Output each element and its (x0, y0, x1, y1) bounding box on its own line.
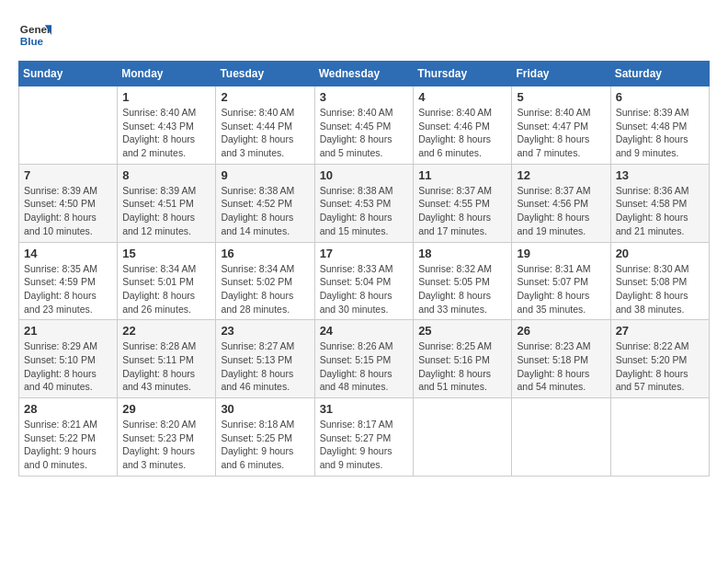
svg-text:Blue: Blue (20, 35, 44, 47)
calendar-cell: 23Sunrise: 8:27 AMSunset: 5:13 PMDayligh… (216, 320, 314, 398)
day-number: 22 (122, 324, 210, 338)
day-header-thursday: Thursday (414, 62, 512, 86)
day-number: 26 (517, 324, 605, 338)
day-info: Sunrise: 8:26 AMSunset: 5:15 PMDaylight:… (320, 339, 409, 394)
calendar-cell: 17Sunrise: 8:33 AMSunset: 5:04 PMDayligh… (314, 242, 414, 320)
calendar-cell: 9Sunrise: 8:38 AMSunset: 4:52 PMDaylight… (216, 164, 314, 242)
day-info: Sunrise: 8:38 AMSunset: 4:52 PMDaylight:… (221, 184, 309, 238)
day-number: 9 (221, 168, 309, 182)
day-info: Sunrise: 8:40 AMSunset: 4:45 PMDaylight:… (320, 106, 409, 160)
day-number: 30 (221, 402, 309, 416)
calendar-cell: 19Sunrise: 8:31 AMSunset: 5:07 PMDayligh… (512, 242, 610, 320)
calendar-cell: 21Sunrise: 8:29 AMSunset: 5:10 PMDayligh… (19, 320, 118, 398)
calendar-cell: 3Sunrise: 8:40 AMSunset: 4:45 PMDaylight… (314, 86, 414, 165)
day-number: 14 (24, 247, 112, 260)
day-number: 27 (616, 324, 704, 338)
day-number: 5 (517, 90, 605, 104)
day-info: Sunrise: 8:25 AMSunset: 5:16 PMDaylight:… (418, 339, 506, 394)
calendar-cell: 26Sunrise: 8:23 AMSunset: 5:18 PMDayligh… (512, 320, 610, 398)
calendar-cell: 29Sunrise: 8:20 AMSunset: 5:23 PMDayligh… (118, 398, 216, 477)
page-header: General Blue (18, 18, 710, 52)
day-info: Sunrise: 8:39 AMSunset: 4:51 PMDaylight:… (122, 184, 210, 238)
day-number: 28 (24, 402, 112, 416)
calendar-table: SundayMondayTuesdayWednesdayThursdayFrid… (18, 61, 710, 477)
calendar-cell (414, 398, 512, 477)
day-info: Sunrise: 8:23 AMSunset: 5:18 PMDaylight:… (517, 339, 605, 394)
calendar-cell: 22Sunrise: 8:28 AMSunset: 5:11 PMDayligh… (118, 320, 216, 398)
day-number: 25 (418, 324, 506, 338)
day-number: 1 (122, 90, 210, 104)
day-info: Sunrise: 8:27 AMSunset: 5:13 PMDaylight:… (221, 339, 309, 394)
day-number: 16 (221, 247, 309, 260)
day-number: 18 (418, 247, 506, 260)
day-info: Sunrise: 8:18 AMSunset: 5:25 PMDaylight:… (221, 418, 309, 472)
day-info: Sunrise: 8:30 AMSunset: 5:08 PMDaylight:… (616, 262, 704, 316)
day-info: Sunrise: 8:40 AMSunset: 4:43 PMDaylight:… (122, 106, 210, 160)
day-info: Sunrise: 8:20 AMSunset: 5:23 PMDaylight:… (122, 418, 210, 472)
day-info: Sunrise: 8:33 AMSunset: 5:04 PMDaylight:… (320, 262, 409, 316)
calendar-cell (19, 86, 118, 165)
calendar-cell: 27Sunrise: 8:22 AMSunset: 5:20 PMDayligh… (610, 320, 709, 398)
calendar-cell: 6Sunrise: 8:39 AMSunset: 4:48 PMDaylight… (610, 86, 709, 165)
calendar-cell: 13Sunrise: 8:36 AMSunset: 4:58 PMDayligh… (610, 164, 709, 242)
calendar-cell: 10Sunrise: 8:38 AMSunset: 4:53 PMDayligh… (314, 164, 414, 242)
calendar-cell: 8Sunrise: 8:39 AMSunset: 4:51 PMDaylight… (118, 164, 216, 242)
day-header-monday: Monday (118, 62, 216, 86)
logo: General Blue (18, 18, 51, 52)
day-info: Sunrise: 8:40 AMSunset: 4:47 PMDaylight:… (517, 106, 605, 160)
day-info: Sunrise: 8:28 AMSunset: 5:11 PMDaylight:… (122, 339, 210, 394)
day-info: Sunrise: 8:17 AMSunset: 5:27 PMDaylight:… (320, 418, 409, 472)
calendar-cell (610, 398, 709, 477)
calendar-cell: 25Sunrise: 8:25 AMSunset: 5:16 PMDayligh… (414, 320, 512, 398)
day-number: 24 (320, 324, 409, 338)
day-number: 2 (221, 90, 309, 104)
day-number: 4 (418, 90, 506, 104)
day-info: Sunrise: 8:34 AMSunset: 5:01 PMDaylight:… (122, 262, 210, 316)
calendar-cell: 2Sunrise: 8:40 AMSunset: 4:44 PMDaylight… (216, 86, 314, 165)
day-info: Sunrise: 8:40 AMSunset: 4:44 PMDaylight:… (221, 106, 309, 160)
calendar-cell: 5Sunrise: 8:40 AMSunset: 4:47 PMDaylight… (512, 86, 610, 165)
day-number: 10 (320, 168, 409, 182)
calendar-week-row: 14Sunrise: 8:35 AMSunset: 4:59 PMDayligh… (19, 242, 710, 320)
calendar-cell: 16Sunrise: 8:34 AMSunset: 5:02 PMDayligh… (216, 242, 314, 320)
day-number: 12 (517, 168, 605, 182)
day-number: 20 (616, 247, 704, 260)
calendar-cell: 7Sunrise: 8:39 AMSunset: 4:50 PMDaylight… (19, 164, 118, 242)
calendar-cell: 28Sunrise: 8:21 AMSunset: 5:22 PMDayligh… (19, 398, 118, 477)
calendar-week-row: 21Sunrise: 8:29 AMSunset: 5:10 PMDayligh… (19, 320, 710, 398)
day-info: Sunrise: 8:21 AMSunset: 5:22 PMDaylight:… (24, 418, 112, 472)
svg-text:General: General (20, 23, 51, 35)
day-number: 29 (122, 402, 210, 416)
day-info: Sunrise: 8:35 AMSunset: 4:59 PMDaylight:… (24, 262, 112, 316)
day-info: Sunrise: 8:40 AMSunset: 4:46 PMDaylight:… (418, 106, 506, 160)
calendar-week-row: 28Sunrise: 8:21 AMSunset: 5:22 PMDayligh… (19, 398, 710, 477)
day-info: Sunrise: 8:22 AMSunset: 5:20 PMDaylight:… (616, 339, 704, 394)
day-info: Sunrise: 8:37 AMSunset: 4:56 PMDaylight:… (517, 184, 605, 238)
calendar-cell: 12Sunrise: 8:37 AMSunset: 4:56 PMDayligh… (512, 164, 610, 242)
day-info: Sunrise: 8:37 AMSunset: 4:55 PMDaylight:… (418, 184, 506, 238)
day-info: Sunrise: 8:39 AMSunset: 4:48 PMDaylight:… (616, 106, 704, 160)
day-number: 23 (221, 324, 309, 338)
calendar-cell: 11Sunrise: 8:37 AMSunset: 4:55 PMDayligh… (414, 164, 512, 242)
day-number: 17 (320, 247, 409, 260)
day-header-sunday: Sunday (19, 62, 118, 86)
calendar-header-row: SundayMondayTuesdayWednesdayThursdayFrid… (19, 62, 710, 86)
day-number: 31 (320, 402, 409, 416)
day-info: Sunrise: 8:38 AMSunset: 4:53 PMDaylight:… (320, 184, 409, 238)
day-number: 13 (616, 168, 704, 182)
day-header-wednesday: Wednesday (314, 62, 414, 86)
day-info: Sunrise: 8:39 AMSunset: 4:50 PMDaylight:… (24, 184, 112, 238)
day-info: Sunrise: 8:34 AMSunset: 5:02 PMDaylight:… (221, 262, 309, 316)
logo-icon: General Blue (18, 18, 51, 52)
day-header-saturday: Saturday (610, 62, 709, 86)
calendar-cell: 1Sunrise: 8:40 AMSunset: 4:43 PMDaylight… (118, 86, 216, 165)
day-header-friday: Friday (512, 62, 610, 86)
day-number: 15 (122, 247, 210, 260)
calendar-cell: 18Sunrise: 8:32 AMSunset: 5:05 PMDayligh… (414, 242, 512, 320)
calendar-cell: 31Sunrise: 8:17 AMSunset: 5:27 PMDayligh… (314, 398, 414, 477)
day-number: 19 (517, 247, 605, 260)
day-info: Sunrise: 8:36 AMSunset: 4:58 PMDaylight:… (616, 184, 704, 238)
day-info: Sunrise: 8:29 AMSunset: 5:10 PMDaylight:… (24, 339, 112, 394)
calendar-cell: 14Sunrise: 8:35 AMSunset: 4:59 PMDayligh… (19, 242, 118, 320)
calendar-cell: 20Sunrise: 8:30 AMSunset: 5:08 PMDayligh… (610, 242, 709, 320)
